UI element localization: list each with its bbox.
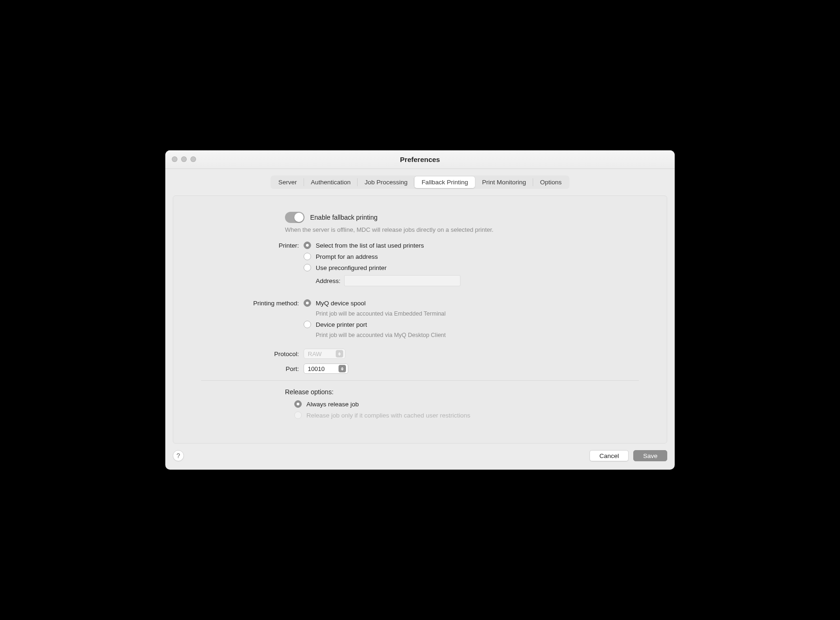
tab-bar: Server Authentication Job Processing Fal…	[165, 169, 675, 189]
tab-options[interactable]: Options	[533, 176, 569, 188]
protocol-select: RAW	[304, 349, 345, 359]
printing-method-label: Printing method:	[201, 299, 304, 307]
cancel-button[interactable]: Cancel	[589, 450, 629, 461]
help-button[interactable]: ?	[173, 450, 184, 461]
radio-method-device-port[interactable]	[304, 321, 311, 328]
chevron-updown-icon	[336, 350, 343, 357]
tab-server[interactable]: Server	[271, 176, 304, 188]
port-label: Port:	[201, 365, 304, 372]
radio-printer-prompt-label: Prompt for an address	[316, 253, 378, 260]
tab-print-monitoring[interactable]: Print Monitoring	[475, 176, 533, 188]
tab-fallback-printing[interactable]: Fallback Printing	[414, 176, 475, 188]
radio-method-myq-label: MyQ device spool	[316, 300, 366, 307]
radio-release-always-label: Always release job	[306, 401, 359, 408]
protocol-label: Protocol:	[201, 350, 304, 357]
release-options-label: Release options:	[285, 388, 639, 396]
radio-release-compliant	[294, 411, 302, 419]
address-label: Address:	[316, 277, 340, 284]
port-select[interactable]: 10010	[304, 364, 348, 374]
radio-printer-prompt[interactable]	[304, 253, 311, 260]
address-input[interactable]	[344, 275, 461, 286]
tab-authentication[interactable]: Authentication	[304, 176, 358, 188]
save-button[interactable]: Save	[633, 450, 667, 461]
radio-printer-last-used-label: Select from the list of last used printe…	[316, 242, 424, 249]
minimize-icon[interactable]	[181, 156, 187, 162]
radio-method-device-port-label: Device printer port	[316, 321, 367, 328]
footer: ? Cancel Save	[165, 450, 675, 470]
enable-fallback-label: Enable fallback printing	[310, 214, 378, 221]
help-icon: ?	[176, 452, 180, 459]
printer-label: Printer:	[201, 242, 304, 249]
close-icon[interactable]	[172, 156, 177, 162]
chevron-updown-icon[interactable]	[339, 365, 346, 372]
radio-printer-last-used[interactable]	[304, 242, 311, 249]
radio-printer-preconfigured[interactable]	[304, 264, 311, 271]
radio-method-myq[interactable]	[304, 299, 311, 307]
port-value: 10010	[308, 365, 325, 372]
preferences-window: Preferences Server Authentication Job Pr…	[165, 150, 675, 470]
method-myq-hint: Print job will be accounted via Embedded…	[316, 310, 639, 317]
enable-fallback-toggle[interactable]	[285, 212, 305, 223]
window-title: Preferences	[165, 155, 675, 163]
fallback-hint: When the server is offline, MDC will rel…	[285, 226, 527, 234]
radio-release-compliant-label: Release job only if it complies with cac…	[306, 412, 470, 419]
method-device-port-hint: Print job will be accounted via MyQ Desk…	[316, 332, 639, 338]
fallback-panel: Enable fallback printing When the server…	[173, 195, 667, 444]
zoom-icon[interactable]	[190, 156, 196, 162]
divider	[201, 380, 639, 381]
titlebar: Preferences	[165, 150, 675, 169]
window-controls	[172, 156, 196, 162]
protocol-value: RAW	[308, 350, 322, 357]
radio-printer-preconfigured-label: Use preconfigured printer	[316, 264, 386, 271]
tab-job-processing[interactable]: Job Processing	[358, 176, 414, 188]
radio-release-always[interactable]	[294, 400, 302, 408]
